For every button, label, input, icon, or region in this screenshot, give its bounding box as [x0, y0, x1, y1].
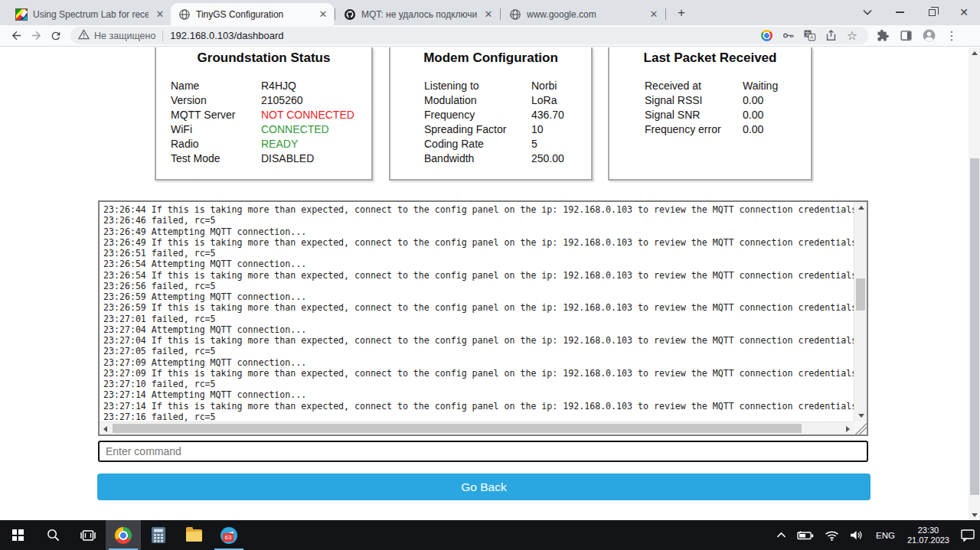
status-row: MQTT ServerNOT CONNECTED	[156, 108, 371, 122]
log-line: 23:27:09 Attempting MQTT connection...	[103, 357, 854, 368]
console-log-text[interactable]: 23:26:44 If this is taking more than exp…	[100, 202, 854, 421]
language-indicator[interactable]: ENG	[870, 531, 901, 540]
config-row: Spreading Factor10	[390, 122, 591, 137]
page-scrollbar[interactable]	[969, 47, 980, 520]
taskbar-calculator-button[interactable]	[141, 520, 176, 550]
tab-close-icon[interactable]: ✕	[317, 8, 329, 21]
status-row: Test ModeDISABLED	[156, 151, 371, 166]
share-icon[interactable]	[822, 28, 839, 44]
windows-logo-icon	[12, 529, 24, 541]
log-line: 23:27:16 failed, rc=5	[103, 412, 854, 421]
command-input[interactable]	[98, 441, 868, 462]
panel-title: Last Packet Received	[609, 50, 811, 66]
mqtt-status-badge: NOT CONNECTED	[261, 108, 354, 122]
search-button[interactable]	[35, 520, 70, 550]
page-scroll-up-icon[interactable]	[969, 47, 980, 58]
tab-title: TinyGS Configuration	[196, 9, 312, 20]
tab-spectrum-lab[interactable]: Using Spectrum Lab for reception ✕	[8, 3, 171, 25]
tab-close-icon[interactable]: ✕	[482, 8, 495, 21]
taskbar-clock[interactable]: 23:30 21.07.2023	[901, 526, 956, 545]
tab-separator	[665, 8, 666, 20]
console-horizontal-scrollbar[interactable]	[100, 421, 854, 434]
scroll-up-icon[interactable]	[854, 202, 867, 213]
menu-kebab-icon[interactable]: ⋮	[942, 26, 962, 46]
volume-icon[interactable]	[844, 520, 870, 550]
page-scroll-down-icon[interactable]	[969, 509, 980, 520]
system-tray: ENG 23:30 21.07.2023	[771, 520, 980, 550]
profile-avatar[interactable]	[919, 26, 939, 46]
task-view-icon	[80, 529, 96, 542]
config-row: Listening toNorbi	[390, 79, 591, 93]
extensions-puzzle-icon[interactable]	[873, 26, 893, 46]
status-value: DISABLED	[261, 151, 314, 166]
bookmark-star-icon[interactable]: ☆	[844, 28, 861, 44]
vertical-scroll-thumb[interactable]	[856, 278, 865, 311]
packet-row: Frequency error0.00	[609, 122, 811, 137]
tab-close-icon[interactable]: ✕	[154, 8, 166, 21]
taskbar-telegram-button[interactable]: 63	[211, 520, 247, 550]
forward-icon[interactable]	[26, 26, 46, 46]
hidden-icons-chevron-icon[interactable]	[771, 520, 792, 550]
tab-mqt-github[interactable]: MQT: не удалось подключиться ✕	[336, 3, 499, 25]
password-key-icon[interactable]	[779, 28, 796, 44]
tab-strip: Using Spectrum Lab for reception ✕ TinyG…	[0, 0, 980, 25]
taskbar-explorer-button[interactable]	[176, 520, 211, 550]
back-icon[interactable]	[6, 26, 26, 46]
side-panel-icon[interactable]	[896, 26, 916, 46]
tab-google[interactable]: www.google.com ✕	[501, 3, 665, 25]
panel-title: Groundstation Status	[156, 50, 371, 66]
horizontal-scroll-thumb[interactable]	[113, 424, 802, 433]
resize-grip[interactable]	[854, 421, 867, 434]
translate-icon[interactable]: 文A	[801, 28, 818, 44]
log-line: 23:26:59 Attempting MQTT connection...	[103, 291, 854, 302]
page-scroll-thumb[interactable]	[970, 158, 979, 495]
clock-date: 21.07.2023	[907, 535, 949, 545]
status-row: RadioREADY	[156, 137, 371, 151]
new-tab-button[interactable]: +	[671, 3, 691, 23]
log-line: 23:27:10 failed, rc=5	[103, 379, 854, 389]
tab-separator	[500, 8, 501, 20]
scroll-right-icon[interactable]	[842, 422, 854, 435]
reload-icon[interactable]	[46, 26, 66, 46]
tab-search-chevron-icon[interactable]	[851, 0, 884, 24]
log-console[interactable]: 23:26:44 If this is taking more than exp…	[98, 200, 868, 436]
console-vertical-scrollbar[interactable]	[854, 202, 867, 421]
wifi-status-badge: CONNECTED	[261, 122, 329, 137]
log-line: 23:27:14 If this is taking more than exp…	[103, 401, 854, 412]
not-secure-warning-icon[interactable]	[78, 29, 90, 43]
google-g-icon[interactable]	[758, 28, 775, 44]
action-center-icon[interactable]	[956, 520, 980, 550]
browser-window: Using Spectrum Lab for reception ✕ TinyG…	[0, 0, 980, 550]
address-bar[interactable]: Не защищено 192.168.0.103/dashboard 文A ☆	[70, 27, 868, 44]
last-packet-received-panel: Last Packet Received Received atWaiting …	[608, 47, 812, 181]
log-line: 23:26:59 If this is taking more than exp…	[103, 302, 854, 313]
config-row: Coding Rate5	[390, 137, 591, 151]
log-line: 23:27:14 Attempting MQTT connection...	[103, 389, 854, 400]
globe-favicon-icon	[509, 8, 521, 21]
modem-configuration-panel: Modem Configuration Listening toNorbi Mo…	[389, 47, 593, 181]
go-back-button[interactable]: Go Back	[97, 474, 871, 500]
restore-button[interactable]	[916, 0, 948, 24]
scroll-left-icon[interactable]	[100, 422, 111, 435]
close-button[interactable]: ✕	[948, 0, 980, 24]
log-line: 23:27:04 If this is taking more than exp…	[103, 335, 854, 346]
clock-time: 23:30	[918, 526, 939, 535]
url-text[interactable]: 192.168.0.103/dashboard	[170, 30, 283, 41]
log-line: 23:26:44 If this is taking more than exp…	[103, 204, 854, 215]
minimize-button[interactable]	[884, 0, 916, 24]
taskbar-chrome-button[interactable]	[106, 520, 141, 550]
panel-title: Modem Configuration	[390, 50, 591, 66]
telegram-unread-badge: 63	[223, 533, 234, 542]
tab-tinygs-configuration[interactable]: TinyGS Configuration ✕	[171, 3, 334, 25]
windows-taskbar: 63 ENG 23:30 21.07.2023	[0, 520, 980, 550]
start-button[interactable]	[0, 520, 35, 550]
security-label[interactable]: Не защищено	[94, 31, 155, 41]
battery-icon[interactable]	[792, 520, 819, 550]
toolbar-actions: ⋮	[873, 26, 962, 46]
packet-row: Signal SNR0.00	[609, 108, 811, 122]
task-view-button[interactable]	[70, 520, 106, 550]
tab-close-icon[interactable]: ✕	[648, 8, 660, 21]
wifi-icon[interactable]	[819, 520, 844, 550]
svg-text:A: A	[810, 34, 814, 40]
scroll-down-icon[interactable]	[854, 410, 867, 421]
